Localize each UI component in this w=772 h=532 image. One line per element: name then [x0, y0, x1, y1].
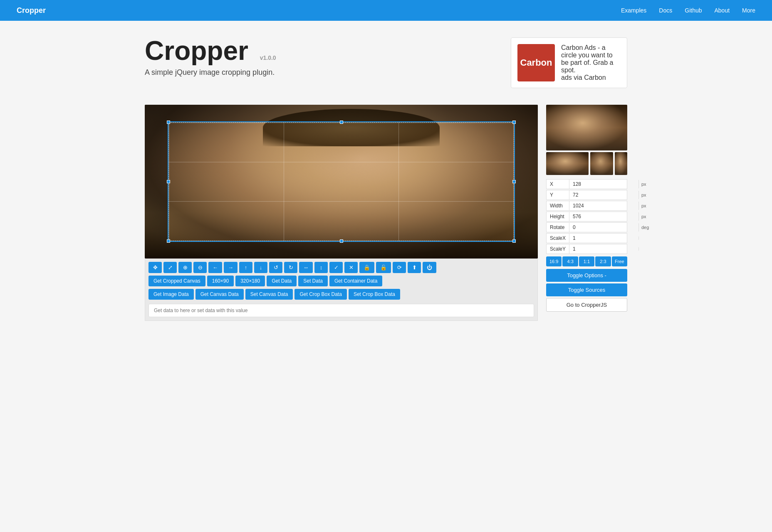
crop-handle-br[interactable]	[512, 239, 516, 243]
tool-power[interactable]: ⏻	[423, 262, 436, 273]
ratio-1-1[interactable]: 1:1	[579, 256, 594, 266]
set-crop-box-data-button[interactable]: Set Crop Box Data	[349, 289, 400, 300]
crop-handle-bl[interactable]	[167, 239, 170, 243]
header-section: Cropper v1.0.0 A simple jQuery image cro…	[145, 37, 627, 88]
field-height-input[interactable]	[569, 212, 638, 221]
field-x-unit: px	[638, 180, 649, 188]
toggle-options-button[interactable]: Toggle Options -	[546, 269, 627, 282]
field-y-label: Y	[547, 190, 569, 200]
field-scalex-input[interactable]	[569, 234, 638, 243]
field-x-input[interactable]	[569, 180, 638, 189]
field-width-input[interactable]	[569, 201, 638, 210]
field-y: Y px	[546, 190, 627, 200]
hero-title: Cropper v1.0.0	[145, 37, 276, 64]
crop-handle-tm[interactable]	[340, 121, 343, 124]
brand-logo[interactable]: Cropper	[17, 6, 46, 15]
field-rotate: Rotate deg	[546, 222, 627, 232]
set-data-button[interactable]: Set Data	[298, 276, 328, 286]
tool-reset[interactable]: ⟳	[393, 262, 406, 273]
toolbar-actions-row2: Get Image Data Get Canvas Data Set Canva…	[148, 289, 534, 300]
tool-flip-h[interactable]: ↔	[299, 262, 313, 273]
ad-logo: Carbon	[517, 44, 555, 81]
demo-section: ✥ ⤢ ⊕ ⊖ ← → ↑ ↓ ↺ ↻ ↔ ↕ ✓ ✕ 🔒 🔓 ⟳	[145, 105, 627, 321]
crop-handle-ml[interactable]	[167, 180, 170, 183]
crop-handle-mr[interactable]	[512, 180, 516, 183]
tool-rotate-left[interactable]: ↺	[269, 262, 282, 273]
field-width-unit: px	[638, 202, 649, 210]
version-label: v1.0.0	[260, 54, 276, 61]
tool-move-up[interactable]: ↑	[239, 262, 252, 273]
ratio-16-9[interactable]: 16:9	[546, 256, 562, 266]
crop-handle-bm[interactable]	[340, 239, 343, 243]
toolbar-icons-row: ✥ ⤢ ⊕ ⊖ ← → ↑ ↓ ↺ ↻ ↔ ↕ ✓ ✕ 🔒 🔓 ⟳	[148, 262, 534, 273]
tool-confirm[interactable]: ✓	[329, 262, 343, 273]
field-width-label: Width	[547, 201, 569, 210]
field-y-input[interactable]	[569, 190, 638, 200]
get-image-data-button[interactable]: Get Image Data	[148, 289, 194, 300]
tool-cancel[interactable]: ✕	[344, 262, 358, 273]
get-crop-box-data-button[interactable]: Get Crop Box Data	[294, 289, 346, 300]
tool-rotate-right[interactable]: ↻	[284, 262, 297, 273]
toolbar: ✥ ⤢ ⊕ ⊖ ← → ↑ ↓ ↺ ↻ ↔ ↕ ✓ ✕ 🔒 🔓 ⟳	[145, 259, 538, 321]
field-scalex-label: ScaleX	[547, 234, 569, 243]
toggle-sources-button[interactable]: Toggle Sources	[546, 283, 627, 296]
get-canvas-data-button[interactable]: Get Canvas Data	[195, 289, 244, 300]
field-x-label: X	[547, 180, 569, 189]
data-fields: X px Y px Width px Height	[546, 179, 627, 254]
field-rotate-unit: deg	[638, 223, 651, 232]
nav-menu: Examples Docs Github About More	[621, 7, 755, 14]
nav-more[interactable]: More	[742, 7, 755, 14]
cropper-container[interactable]	[145, 105, 538, 259]
ratio-free[interactable]: Free	[612, 256, 627, 266]
hero-text: Cropper v1.0.0 A simple jQuery image cro…	[145, 37, 276, 77]
field-x: X px	[546, 179, 627, 189]
data-input-field[interactable]	[148, 304, 534, 317]
ratio-2-3[interactable]: 2:3	[595, 256, 611, 266]
field-height-label: Height	[547, 212, 569, 221]
go-to-cropperjs-button[interactable]: Go to CropperJS	[546, 298, 627, 312]
tool-lock[interactable]: 🔒	[359, 262, 374, 273]
tool-zoom-out[interactable]: ⊖	[193, 262, 207, 273]
toolbar-actions-row1: Get Cropped Canvas 160×90 320×180 Get Da…	[148, 276, 534, 286]
field-rotate-input[interactable]	[569, 223, 638, 232]
field-scalex-unit	[638, 236, 644, 240]
preview-small	[546, 152, 589, 175]
nav-examples[interactable]: Examples	[621, 7, 646, 14]
size-160x90-button[interactable]: 160×90	[207, 276, 234, 286]
size-320x180-button[interactable]: 320×180	[235, 276, 265, 286]
get-cropped-canvas-button[interactable]: Get Cropped Canvas	[148, 276, 205, 286]
tool-zoom-in[interactable]: ⊕	[178, 262, 192, 273]
field-scaley: ScaleY	[546, 244, 627, 254]
preview-large	[546, 105, 627, 150]
get-container-data-button[interactable]: Get Container Data	[329, 276, 382, 286]
nav-about[interactable]: About	[715, 7, 730, 14]
crop-handle-tr[interactable]	[512, 121, 516, 124]
ratio-4-3[interactable]: 4:3	[562, 256, 578, 266]
field-height-unit: px	[638, 212, 649, 221]
nav-github[interactable]: Github	[685, 7, 702, 14]
get-data-button[interactable]: Get Data	[267, 276, 297, 286]
ad-box[interactable]: Carbon Carbon Ads - a circle you want to…	[511, 37, 627, 88]
ad-headline: Carbon Ads - a circle you want to be par…	[561, 44, 621, 74]
tool-move-right[interactable]: →	[224, 262, 238, 273]
field-scaley-label: ScaleY	[547, 244, 569, 254]
cropper-panel: ✥ ⤢ ⊕ ⊖ ← → ↑ ↓ ↺ ↻ ↔ ↕ ✓ ✕ 🔒 🔓 ⟳	[145, 105, 538, 321]
preview-tiny-1	[590, 152, 613, 175]
field-scaley-input[interactable]	[569, 244, 638, 254]
crop-box[interactable]	[168, 121, 515, 242]
field-width: Width px	[546, 201, 627, 211]
set-canvas-data-button[interactable]: Set Canvas Data	[245, 289, 293, 300]
hero-subtitle: A simple jQuery image cropping plugin.	[145, 68, 276, 77]
tool-unlock[interactable]: 🔓	[376, 262, 391, 273]
tool-crop[interactable]: ⤢	[163, 262, 177, 273]
crop-handle-tl[interactable]	[167, 121, 170, 124]
tool-upload[interactable]: ⬆	[408, 262, 421, 273]
tool-move[interactable]: ✥	[148, 262, 162, 273]
nav-docs[interactable]: Docs	[659, 7, 672, 14]
tool-move-left[interactable]: ←	[208, 262, 222, 273]
ad-source: ads via Carbon	[561, 74, 621, 81]
tool-move-down[interactable]: ↓	[254, 262, 267, 273]
tool-flip-v[interactable]: ↕	[314, 262, 328, 273]
field-rotate-label: Rotate	[547, 223, 569, 232]
right-panel: X px Y px Width px Height	[546, 105, 627, 312]
